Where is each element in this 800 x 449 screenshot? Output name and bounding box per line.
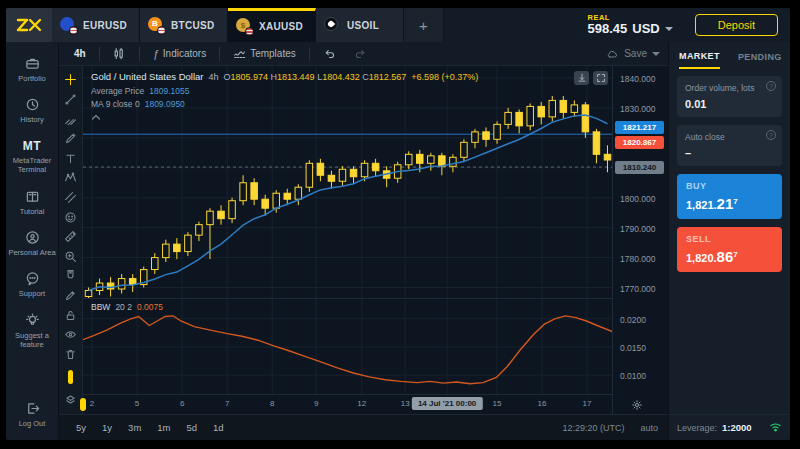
sidebar-item-suggest-a-feature[interactable]: Suggest a feature [6, 307, 58, 356]
btc-pair-icon: B [148, 17, 165, 34]
user-icon [25, 230, 40, 245]
oil-pair-icon [324, 17, 341, 34]
auto-close-value[interactable]: – [685, 147, 774, 159]
ma-legend[interactable]: MA 9 close 01809.0950 [91, 98, 478, 111]
emoji-icon [64, 211, 77, 224]
redo-button[interactable] [347, 45, 374, 62]
chart-toolbar: 4h ƒ Indicators Templates [59, 42, 668, 66]
chevron-up-icon [91, 114, 101, 121]
draw-tool-crosshair[interactable] [59, 70, 82, 90]
brush-icon [64, 132, 77, 145]
draw-tool-edit[interactable] [59, 286, 82, 306]
price-axis[interactable]: 1840.0001830.0001800.0001790.0001780.000… [612, 66, 668, 414]
add-symbol-tab-button[interactable]: + [404, 8, 444, 42]
draw-tool-trend[interactable] [59, 90, 82, 110]
sidebar-item-support[interactable]: Support [6, 265, 58, 304]
range-button-1d[interactable]: 1d [206, 419, 231, 436]
symbol-tab-btcusd[interactable]: BBTCUSD [140, 8, 228, 42]
sidebar-item-history[interactable]: History [6, 91, 58, 130]
exness-logo-icon [16, 17, 42, 33]
snapshot-button[interactable] [574, 71, 589, 85]
legend-collapse-button[interactable] [91, 112, 105, 126]
draw-tool-channel[interactable] [59, 188, 82, 208]
symbol-tab-eurusd[interactable]: EURUSD [52, 8, 140, 42]
undo-button[interactable] [316, 45, 343, 62]
edit-icon [64, 289, 77, 302]
draw-tool-magnet[interactable] [59, 266, 82, 286]
draw-tool-pattern[interactable] [59, 168, 82, 188]
trend-icon [64, 93, 77, 106]
tab-market[interactable]: MARKET [679, 43, 720, 69]
brand-logo[interactable] [6, 8, 52, 42]
price-axis-label: 1790.000 [620, 224, 655, 234]
toolbar-scroll-thumb[interactable] [68, 370, 73, 384]
price-axis-label: 1780.000 [620, 254, 655, 264]
range-button-5d[interactable]: 5d [180, 419, 205, 436]
time-scroll-thumb[interactable] [80, 398, 86, 411]
bottom-bar: 5y1y3m1m5d1d 12:29:20 (UTC) auto [59, 414, 668, 440]
tab-pending[interactable]: PENDING [738, 44, 782, 68]
sidebar-item-metatrader-terminal[interactable]: MTMetaTrader Terminal [6, 133, 58, 181]
draw-tool-lock[interactable] [59, 305, 82, 325]
range-button-1y[interactable]: 1y [95, 419, 119, 436]
deposit-button[interactable]: Deposit [695, 14, 778, 36]
average-price-legend[interactable]: Average Price1809.1055 [91, 85, 478, 98]
top-bar: EURUSDBBTCUSD$XAUUSDUSOIL + REAL 598.45 … [6, 8, 790, 42]
buy-button[interactable]: BUY 1,821.217 [677, 174, 782, 219]
pitchfork-icon [64, 113, 77, 126]
range-button-5y[interactable]: 5y [69, 419, 93, 436]
draw-tool-zoom[interactable] [59, 246, 82, 266]
sell-button[interactable]: SELL 1,820.867 [677, 227, 782, 272]
chat-icon [25, 271, 40, 286]
sidebar-item-portfolio[interactable]: Portfolio [6, 50, 58, 89]
range-button-1m[interactable]: 1m [150, 419, 177, 436]
buy-price: 1,821.217 [686, 195, 773, 212]
time-axis-label: 13 [401, 399, 410, 408]
fullscreen-button[interactable] [593, 71, 608, 85]
instrument-title[interactable]: Gold / United States Dollar [91, 70, 203, 85]
draw-tool-emoji[interactable] [59, 207, 82, 227]
order-volume-field[interactable]: Order volume, lots ? 0.01 [677, 76, 782, 117]
help-icon[interactable]: ? [766, 81, 776, 91]
order-volume-value[interactable]: 0.01 [685, 98, 774, 110]
axis-settings-button[interactable] [631, 399, 643, 413]
time-axis-label: 2 [90, 399, 94, 408]
indicators-button[interactable]: ƒ Indicators [146, 46, 213, 62]
draw-tool-text[interactable] [59, 148, 82, 168]
leverage-row: Leverage: 1:2000 [669, 414, 790, 440]
account-selector[interactable]: REAL 598.45 USD [587, 14, 672, 37]
history-icon [25, 97, 40, 112]
lock-icon [64, 309, 77, 322]
sidebar-item-personal-area[interactable]: Personal Area [6, 224, 58, 263]
zoom-icon [64, 250, 77, 263]
drawing-toolbar [59, 66, 83, 414]
chart-type-button[interactable] [106, 45, 133, 62]
timezone-mode-button[interactable]: auto [640, 423, 658, 433]
auto-close-field[interactable]: Auto close ? – [677, 125, 782, 166]
save-layout-button[interactable]: Save [605, 48, 660, 60]
chart-legend: Gold / United States Dollar 4h O1805.974… [91, 70, 478, 126]
draw-tool-object-tree[interactable] [59, 390, 82, 410]
sidebar-item-log-out[interactable]: Log Out [6, 395, 58, 434]
symbol-tab-xauusd[interactable]: $XAUUSD [228, 8, 316, 42]
symbol-tab-usoil[interactable]: USOIL [316, 8, 404, 42]
draw-tool-ruler[interactable] [59, 227, 82, 247]
leverage-value: 1:2000 [722, 422, 752, 433]
timeframe-button[interactable]: 4h [67, 46, 93, 61]
indicator-legend[interactable]: BBW 20 2 0.0075 [91, 302, 163, 312]
chevron-down-icon [665, 27, 673, 31]
time-axis[interactable]: 256789121315161714 Jul '21 00:00 [83, 394, 612, 414]
templates-button[interactable]: Templates [226, 45, 303, 62]
indicator-canvas[interactable] [83, 299, 613, 395]
draw-tool-pitchfork[interactable] [59, 109, 82, 129]
fx-icon: ƒ [153, 48, 159, 60]
sidebar-item-tutorial[interactable]: Tutorial [6, 183, 58, 222]
draw-tool-trash[interactable] [59, 345, 82, 365]
draw-tool-brush[interactable] [59, 129, 82, 149]
price-axis-label: 1840.000 [620, 74, 655, 84]
range-button-3m[interactable]: 3m [121, 419, 148, 436]
help-icon[interactable]: ? [766, 130, 776, 140]
book-icon [25, 189, 40, 204]
draw-tool-eye[interactable] [59, 325, 82, 345]
chart-column: 4h ƒ Indicators Templates [58, 42, 668, 440]
